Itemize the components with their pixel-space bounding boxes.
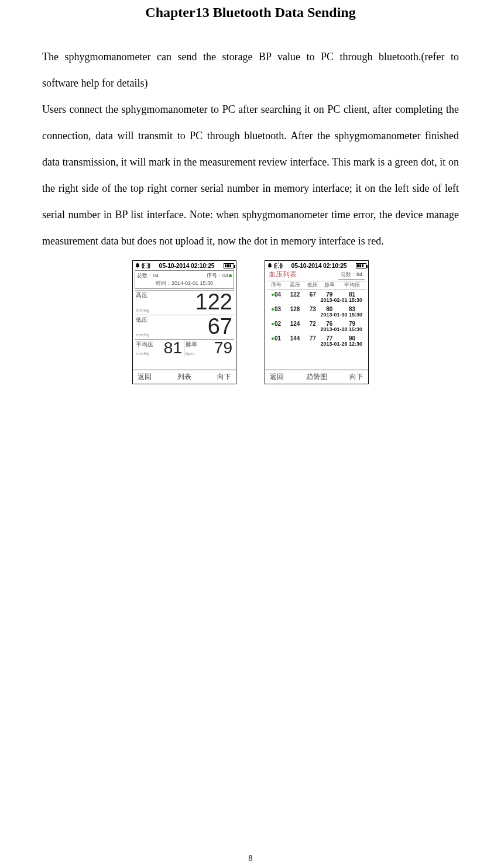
upload-dot-icon [272, 323, 274, 325]
systolic-unit: mmHg [136, 308, 150, 313]
row-timestamp: 2013-01-28 15:30 [267, 326, 366, 332]
battery-icon [224, 263, 234, 268]
list-title: 血压列表 [269, 270, 297, 280]
status-datetime: 05-10-2014 02:10:25 [151, 262, 222, 269]
hdr-high: 高压 [285, 282, 305, 289]
list-item[interactable]: 021247276792013-01-28 15:30 [267, 319, 366, 334]
status-bar: ((⁛)) 05-10-2014 02:10:25 [133, 261, 236, 269]
paragraph-1b: software help for details) [42, 70, 459, 97]
down-button[interactable]: 向下 [217, 372, 231, 382]
device-screen-memory: ((⁛)) 05-10-2014 02:10:25 总数：04 序号：04 时间… [132, 260, 236, 384]
diastolic-value: 67 [151, 315, 234, 338]
mean-unit: mmHg [136, 351, 153, 356]
paragraph-1a: The sphygmomanometer can send the storag… [42, 44, 459, 70]
row-timestamp: 2013-02-01 15:30 [267, 297, 366, 303]
alarm-icon [267, 263, 273, 268]
diastolic-row: 低压 mmHg 67 [135, 315, 234, 338]
back-button[interactable]: 返回 [270, 372, 284, 382]
mean-value: 81 [155, 340, 184, 357]
status-bar: ((⁛)) 05-10-2014 02:10:25 [265, 261, 368, 269]
hdr-avg: 平均压 [338, 282, 366, 289]
list-item[interactable]: 031287380832013-01-30 15:30 [267, 305, 366, 319]
chapter-title: Chapter13 Bluetooth Data Sending [42, 5, 459, 20]
signal-icon: ((⁛)) [274, 263, 282, 268]
pulse-label: 脉率 [186, 340, 197, 349]
down-button[interactable]: 向下 [349, 372, 363, 382]
trend-button[interactable]: 趋势图 [306, 372, 327, 382]
systolic-label: 高压 [136, 291, 150, 299]
hdr-seq: 序号 [267, 282, 285, 289]
upload-dot-icon [272, 294, 274, 296]
upload-dot-icon [272, 337, 274, 340]
row-timestamp: 2013-01-30 15:30 [267, 312, 366, 318]
status-datetime: 05-10-2014 02:10:25 [283, 262, 355, 269]
list-button[interactable]: 列表 [177, 372, 191, 382]
pulse-unit: bpm [186, 351, 197, 356]
list-item[interactable]: 041226779812013-02-01 15:30 [267, 290, 366, 305]
mean-label: 平均压 [136, 340, 153, 349]
diastolic-label: 低压 [136, 316, 150, 324]
record-meta: 总数：04 序号：04 时间：2014-02-01 15:30 [135, 270, 234, 289]
body-text: The sphygmomanometer can send the storag… [42, 44, 459, 254]
total-count: 总数：04 [137, 272, 159, 280]
hdr-pulse: 脉率 [321, 282, 338, 289]
record-time: 时间：2014-02-01 15:30 [137, 280, 232, 287]
softkey-bar: 返回 趋势图 向下 [265, 370, 368, 384]
systolic-row: 高压 mmHg 122 [135, 290, 234, 314]
list-header: 序号 高压 低压 脉率 平均压 [267, 281, 366, 290]
page-number: 8 [0, 854, 501, 863]
row-timestamp: 2013-01-26 12:30 [267, 341, 366, 347]
systolic-value: 122 [151, 291, 234, 314]
device-screen-bp-list: ((⁛)) 05-10-2014 02:10:25 血压列表 总数：04 序号 … [265, 260, 369, 384]
list-body: 041226779812013-02-01 15:300312873808320… [267, 290, 366, 349]
device-screenshots: ((⁛)) 05-10-2014 02:10:25 总数：04 序号：04 时间… [42, 260, 459, 384]
paragraph-2: Users connect the sphygmomanometer to PC… [42, 97, 459, 254]
sequence-number: 序号：04 [207, 272, 228, 280]
hdr-low: 低压 [305, 282, 321, 289]
upload-dot-icon [229, 274, 232, 277]
upload-dot-icon [272, 308, 274, 311]
softkey-bar: 返回 列表 向下 [133, 370, 236, 384]
pulse-value: 79 [198, 340, 234, 357]
signal-icon: ((⁛)) [142, 263, 150, 268]
battery-icon [356, 263, 366, 268]
avg-pulse-row: 平均压 mmHg 81 脉率 bpm 79 [135, 339, 234, 357]
diastolic-unit: mmHg [136, 332, 150, 337]
back-button[interactable]: 返回 [138, 372, 152, 382]
list-title-row: 血压列表 总数：04 [265, 270, 368, 280]
list-item[interactable]: 011447777902013-01-26 12:30 [267, 334, 366, 349]
list-total: 总数：04 [338, 270, 365, 280]
alarm-icon [135, 263, 140, 268]
